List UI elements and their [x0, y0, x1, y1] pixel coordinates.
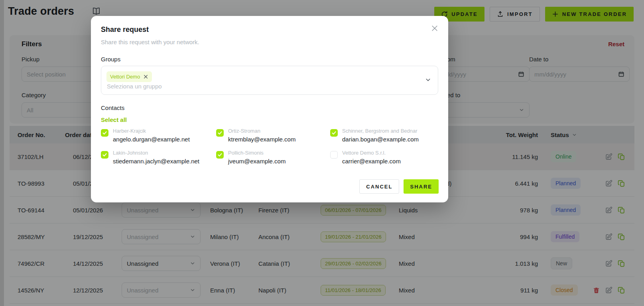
- share-button[interactable]: SHARE: [404, 179, 439, 194]
- contact-item: Schinner, Bergstrom and Bednardarian.bog…: [330, 128, 438, 144]
- contact-email: ktremblay@example.com: [228, 136, 330, 143]
- group-search-input[interactable]: Seleziona un gruppo: [107, 83, 162, 90]
- chevron-down-icon[interactable]: [425, 76, 431, 83]
- contact-email: carrier@example.com: [342, 158, 438, 165]
- contact-email: angelo.durgan@example.net: [113, 136, 216, 143]
- contact-item: Ortiz-Stromanktremblay@example.com: [216, 128, 330, 144]
- contact-company-name: Ortiz-Stroman: [228, 128, 330, 134]
- contact-company-name: Schinner, Bergstrom and Bednar: [342, 128, 438, 134]
- contact-company-name: Pollich-Simonis: [228, 150, 330, 156]
- remove-tag-icon[interactable]: [143, 74, 148, 79]
- contacts-grid: Harber-Krajcikangelo.durgan@example.netO…: [101, 128, 438, 166]
- share-request-modal: Share request Share this request with yo…: [91, 16, 448, 202]
- close-icon[interactable]: [431, 24, 439, 32]
- contact-email: darian.bogan@example.com: [342, 136, 438, 143]
- cancel-button[interactable]: CANCEL: [359, 179, 399, 194]
- checkbox-checked[interactable]: [216, 151, 224, 159]
- groups-label: Groups: [101, 56, 120, 63]
- modal-subtitle: Share this request with your network.: [101, 39, 199, 45]
- contact-email: jveum@example.com: [228, 158, 330, 165]
- checkbox-checked[interactable]: [101, 129, 108, 137]
- group-tag-label: Vettori Demo: [110, 74, 140, 80]
- contact-email: stiedemann.jaclyn@example.net: [113, 158, 216, 165]
- modal-title: Share request: [101, 26, 149, 34]
- select-all-link[interactable]: Select all: [101, 116, 127, 123]
- contact-item: Harber-Krajcikangelo.durgan@example.net: [101, 128, 216, 144]
- groups-multiselect[interactable]: Vettori Demo Seleziona un gruppo: [101, 66, 438, 95]
- contact-item: Lakin-Johnstonstiedemann.jaclyn@example.…: [101, 150, 216, 166]
- contact-company-name: Lakin-Johnston: [113, 150, 216, 156]
- modal-footer: CANCEL SHARE: [359, 179, 439, 194]
- contact-item: Vettore Demo S.r.l.carrier@example.com: [330, 150, 438, 166]
- checkbox-unchecked[interactable]: [330, 151, 338, 159]
- group-tag: Vettori Demo: [106, 71, 152, 82]
- checkbox-checked[interactable]: [330, 129, 338, 137]
- trade-orders-page: Trade orders UPDATE: [0, 0, 644, 306]
- checkbox-checked[interactable]: [216, 129, 224, 137]
- contact-company-name: Harber-Krajcik: [113, 128, 216, 134]
- contact-company-name: Vettore Demo S.r.l.: [342, 150, 438, 156]
- checkbox-checked[interactable]: [101, 151, 108, 159]
- contacts-label: Contacts: [101, 104, 124, 111]
- contact-item: Pollich-Simonisjveum@example.com: [216, 150, 330, 166]
